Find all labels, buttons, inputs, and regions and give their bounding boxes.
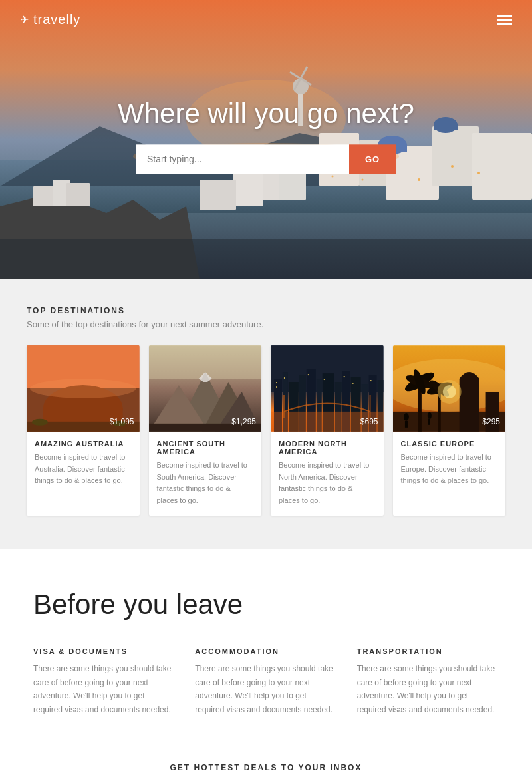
svg-rect-19 [233, 173, 263, 206]
svg-rect-91 [428, 419, 430, 425]
before-visa-desc: There are some things you should take ca… [33, 662, 175, 716]
destinations-subtitle: Some of the top destinations for your ne… [27, 319, 505, 329]
destination-desc-europe: Become inspired to travel to Europe. Dis… [401, 452, 498, 487]
destination-desc-northamerica: Become inspired to travel to North Ameri… [279, 460, 376, 506]
logo-text: travelly [33, 12, 80, 27]
destination-desc-australia: Become inspired to travel to Australia. … [35, 452, 132, 487]
destination-card-northamerica[interactable]: $695 MODERN NORTH AMERICA Become inspire… [271, 345, 384, 516]
svg-point-31 [332, 176, 334, 178]
before-transportation-title: TRANSPORTATION [357, 647, 499, 655]
destination-price-southamerica: $1,295 [231, 417, 256, 426]
destination-image-europe: $295 [393, 345, 506, 432]
before-grid: VISA & DOCUMENTS There are some things y… [33, 647, 499, 716]
svg-rect-24 [33, 186, 53, 206]
before-section: Before you leave VISA & DOCUMENTS There … [0, 549, 532, 750]
svg-rect-73 [370, 380, 372, 381]
destination-name-europe: CLASSIC EUROPE [401, 440, 498, 448]
svg-rect-69 [308, 374, 309, 375]
before-visa-title: VISA & DOCUMENTS [33, 647, 175, 655]
search-bar: GO [0, 144, 532, 174]
before-item-accommodation: ACCOMMODATION There are some things you … [195, 647, 336, 716]
plane-icon: ✈ [20, 13, 29, 26]
navbar: ✈ travelly [0, 0, 532, 39]
destinations-section: TOP DESTINATIONS Some of the top destina… [0, 279, 532, 549]
svg-rect-70 [324, 379, 325, 380]
svg-rect-68 [284, 377, 285, 379]
svg-point-42 [30, 379, 136, 398]
destinations-title: TOP DESTINATIONS [27, 306, 505, 315]
logo: ✈ travelly [20, 12, 80, 27]
before-transportation-desc: There are some things you should take ca… [357, 662, 499, 716]
svg-point-40 [32, 419, 48, 426]
search-input[interactable] [136, 144, 349, 174]
svg-rect-72 [352, 383, 354, 384]
destination-body-northamerica: MODERN NORTH AMERICA Become inspired to … [271, 432, 384, 516]
destination-image-australia: $1,095 [27, 345, 140, 432]
before-item-visa: VISA & DOCUMENTS There are some things y… [33, 647, 175, 716]
svg-rect-71 [344, 376, 345, 377]
before-item-transportation: TRANSPORTATION There are some things you… [357, 647, 499, 716]
destination-price-europe: $295 [482, 417, 500, 426]
hamburger-menu[interactable] [497, 15, 512, 25]
destination-card-southamerica[interactable]: $1,295 ANCIENT SOUTH AMERICA Become insp… [149, 345, 262, 516]
destination-image-northamerica: $695 [271, 345, 384, 432]
destination-desc-southamerica: Become inspired to travel to South Ameri… [157, 460, 254, 506]
before-accommodation-desc: There are some things you should take ca… [195, 662, 336, 716]
search-button[interactable]: GO [349, 144, 396, 174]
svg-point-88 [403, 413, 408, 421]
before-title: Before you leave [33, 589, 499, 621]
hero-title: Where will you go next? [0, 98, 532, 130]
newsletter-title: GET HOTTEST DEALS TO YOUR INBOX [33, 763, 499, 771]
hero-section: ✈ travelly Where will you go next? GO [0, 0, 532, 279]
destination-body-southamerica: ANCIENT SOUTH AMERICA Become inspired to… [149, 432, 262, 516]
svg-rect-66 [276, 382, 277, 383]
svg-point-32 [362, 179, 364, 181]
destination-card-australia[interactable]: $1,095 AMAZING AUSTRALIA Become inspired… [27, 345, 140, 516]
svg-point-28 [418, 178, 420, 181]
destination-price-australia: $1,095 [110, 417, 134, 426]
hamburger-line-2 [497, 19, 512, 21]
svg-rect-89 [404, 421, 407, 428]
destination-name-northamerica: MODERN NORTH AMERICA [279, 440, 376, 456]
destination-body-europe: CLASSIC EUROPE Become inspired to travel… [393, 432, 506, 496]
before-accommodation-title: ACCOMMODATION [195, 647, 336, 655]
destination-image-southamerica: $1,295 [149, 345, 262, 432]
svg-rect-33 [0, 239, 532, 279]
svg-rect-67 [276, 386, 277, 388]
svg-point-90 [427, 412, 431, 419]
destinations-grid: $1,095 AMAZING AUSTRALIA Become inspired… [27, 345, 505, 516]
newsletter-section: GET HOTTEST DEALS TO YOUR INBOX SUBSCRIB… [0, 750, 532, 771]
destination-card-europe[interactable]: $295 CLASSIC EUROPE Become inspired to t… [393, 345, 506, 516]
destination-name-australia: AMAZING AUSTRALIA [35, 440, 132, 448]
svg-rect-26 [66, 183, 90, 206]
hamburger-line-3 [497, 23, 512, 25]
destination-name-southamerica: ANCIENT SOUTH AMERICA [157, 440, 254, 456]
hamburger-line-1 [497, 15, 512, 17]
destination-body-australia: AMAZING AUSTRALIA Become inspired to tra… [27, 432, 140, 496]
svg-rect-20 [200, 180, 236, 210]
svg-point-93 [442, 385, 456, 398]
destination-price-northamerica: $695 [360, 417, 378, 426]
hero-content: Where will you go next? GO [0, 98, 532, 174]
